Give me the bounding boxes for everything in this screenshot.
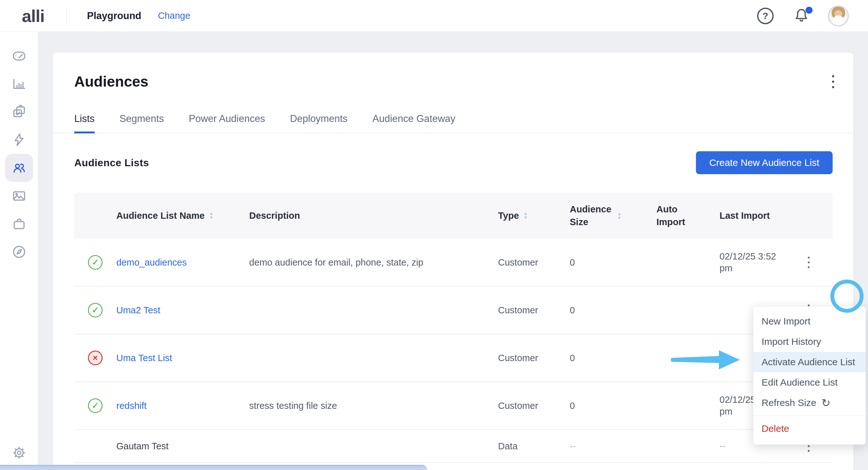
column-header-last-import: Last Import: [719, 209, 785, 222]
column-label: Type: [498, 209, 519, 222]
kebab-dot: [808, 262, 810, 263]
lightning-bolt-icon: [12, 132, 26, 147]
alli-logo: alli: [22, 6, 44, 26]
type-cell: Data: [498, 441, 570, 451]
name-cell: Uma Test List: [116, 353, 249, 363]
audience-list-name-link[interactable]: redshift: [116, 401, 147, 411]
table-header-row: Audience List Name▲▼DescriptionType▲▼Aud…: [74, 193, 833, 239]
row-kebab-menu-icon[interactable]: [808, 257, 810, 268]
column-label: Last Import: [719, 209, 770, 222]
type-cell: Customer: [498, 401, 570, 411]
tab-segments[interactable]: Segments: [120, 113, 164, 133]
audience-list-name-link[interactable]: Uma Test List: [116, 353, 172, 363]
kebab-dot: [808, 257, 810, 259]
audiences-card: Audiences ListsSegmentsPower AudiencesDe…: [53, 53, 853, 470]
tabs: ListsSegmentsPower AudiencesDeploymentsA…: [53, 113, 853, 133]
column-label: Audience Size: [570, 203, 613, 228]
refresh-icon: ↻: [822, 397, 831, 409]
menu-item-new-import[interactable]: New Import: [753, 311, 866, 332]
menu-item-import-history[interactable]: Import History: [753, 332, 866, 352]
card-kebab-menu-icon[interactable]: [832, 75, 834, 88]
sort-icon[interactable]: ▲▼: [617, 212, 622, 220]
app-root: alli Playground Change ?: [0, 0, 868, 470]
shopping-bag-icon: [12, 216, 26, 231]
column-header-audience-size[interactable]: Audience Size▲▼: [570, 203, 656, 228]
column-label: Auto Import: [656, 203, 693, 228]
audiences-people-icon: [12, 161, 26, 175]
main-content: Audiences ListsSegmentsPower AudiencesDe…: [38, 32, 868, 470]
audience-lists-table: Audience List Name▲▼DescriptionType▲▼Aud…: [74, 193, 833, 463]
type-cell: Customer: [498, 257, 570, 268]
sort-icon[interactable]: ▲▼: [524, 211, 528, 220]
audience-size-cell: 0: [570, 257, 656, 268]
clipboard-check-icon: [12, 104, 26, 119]
actions-cell: [785, 257, 833, 268]
success-status-icon: ✓: [88, 398, 103, 413]
sidebar-item-shop[interactable]: [5, 210, 33, 238]
sidebar-item-dashboard[interactable]: [5, 42, 33, 70]
sidebar-item-projects[interactable]: [5, 98, 33, 126]
description-cell: stress testing file size: [249, 401, 498, 411]
name-cell: demo_audiences: [116, 257, 249, 268]
table-row: ✓Uma2 TestCustomer0: [74, 287, 833, 334]
name-cell: Gautam Test: [116, 441, 249, 451]
audience-size-cell: 0: [570, 401, 656, 411]
audience-list-name-link[interactable]: Uma2 Test: [116, 305, 160, 315]
audience-list-name: Gautam Test: [116, 441, 168, 451]
header-divider: [66, 7, 67, 25]
bottom-scrollbar[interactable]: [0, 465, 427, 470]
menu-divider: [753, 415, 866, 416]
sidebar-item-discover[interactable]: [5, 238, 33, 266]
column-header-auto-import: Auto Import: [656, 203, 719, 228]
annotation-circle: [830, 279, 864, 313]
menu-item-delete[interactable]: Delete: [753, 418, 866, 439]
sidebar-item-audiences[interactable]: [5, 154, 33, 182]
page-title: Audiences: [74, 73, 149, 90]
audience-list-name-link[interactable]: demo_audiences: [116, 257, 187, 267]
column-header-description: Description: [249, 209, 498, 222]
avatar[interactable]: [829, 7, 847, 25]
table-row: ✓demo_audiencesdemo audience for email, …: [74, 239, 833, 287]
column-label: Description: [249, 209, 300, 222]
tab-power-audiences[interactable]: Power Audiences: [189, 113, 265, 133]
sidebar-item-creative[interactable]: [5, 182, 33, 210]
help-icon[interactable]: ?: [757, 8, 774, 24]
sort-down-arrow: ▼: [617, 216, 622, 220]
menu-item-refresh-size[interactable]: Refresh Size↻: [753, 393, 866, 413]
menu-item-activate-audience-list[interactable]: Activate Audience List: [753, 352, 866, 372]
table-row: Gautam TestData----: [74, 430, 833, 463]
kebab-dot: [808, 266, 810, 268]
bar-chart-icon: [12, 76, 26, 91]
create-new-audience-list-button[interactable]: Create New Audience List: [696, 151, 833, 174]
audience-size-cell: 0: [570, 305, 656, 315]
success-status-icon: ✓: [88, 255, 103, 270]
kebab-dot: [808, 450, 810, 452]
kebab-dot: [808, 304, 810, 306]
kebab-dot: [808, 445, 810, 447]
notifications-bell-icon[interactable]: [793, 7, 810, 25]
sidebar-nav: [0, 32, 38, 470]
gear-icon: [12, 445, 26, 460]
menu-item-edit-audience-list[interactable]: Edit Audience List: [753, 372, 866, 393]
last-import-cell: 02/12/25 3:52 pm: [719, 250, 785, 274]
image-icon: [12, 189, 26, 203]
sort-down-arrow: ▼: [209, 215, 214, 220]
sidebar-item-automation[interactable]: [5, 126, 33, 154]
sidebar-item-settings[interactable]: [5, 439, 33, 467]
logo-wrap: alli: [0, 6, 66, 26]
tab-lists[interactable]: Lists: [74, 113, 95, 133]
section-title: Audience Lists: [74, 157, 149, 169]
status-cell: ✓: [74, 303, 116, 317]
workspace-name: Playground: [87, 10, 142, 22]
column-header-audience-list-name[interactable]: Audience List Name▲▼: [116, 209, 249, 222]
tab-deployments[interactable]: Deployments: [290, 113, 348, 133]
tab-audience-gateway[interactable]: Audience Gateway: [372, 113, 455, 133]
sort-icon[interactable]: ▲▼: [209, 211, 214, 220]
error-status-icon: ×: [88, 350, 103, 365]
sort-down-arrow: ▼: [524, 215, 528, 220]
change-workspace-link[interactable]: Change: [158, 10, 191, 21]
column-header-type[interactable]: Type▲▼: [498, 209, 570, 222]
name-cell: Uma2 Test: [116, 305, 249, 315]
sidebar-item-analytics[interactable]: [5, 70, 33, 98]
notification-badge: [806, 7, 812, 14]
